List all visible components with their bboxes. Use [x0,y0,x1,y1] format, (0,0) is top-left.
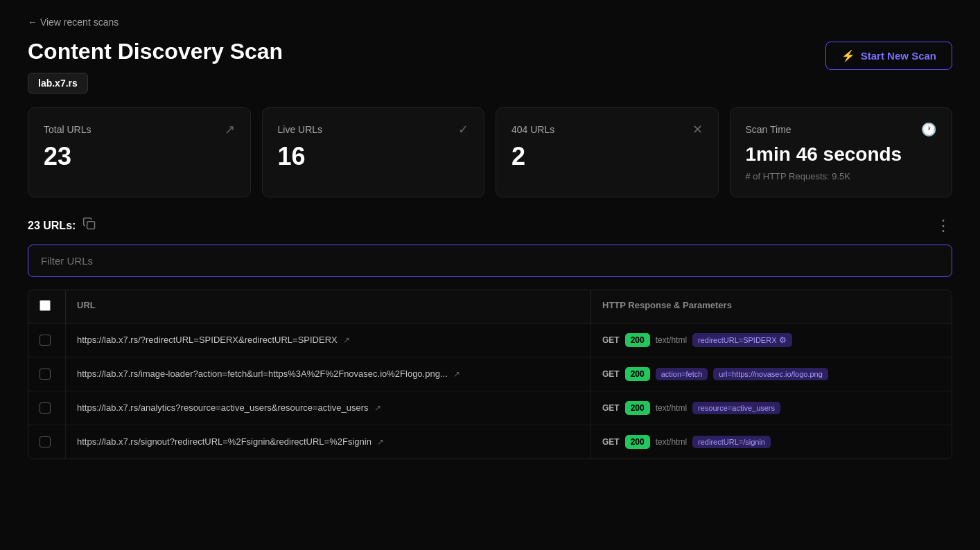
check-circle-icon: ✓ [458,122,469,137]
row-checkbox-cell [28,323,66,357]
open-link-icon[interactable]: ↗ [453,369,460,379]
status-badge: 200 [625,333,650,347]
page-title: Content Discovery Scan [28,39,283,64]
filter-input-wrapper [28,245,952,277]
stat-card-live-urls: Live URLs ✓ 16 [262,107,485,197]
status-badge: 200 [625,435,650,449]
open-link-icon[interactable]: ↗ [343,335,350,345]
param-badge: resource=active_users [692,402,780,414]
method-badge: GET [602,403,620,413]
external-link-icon: ↗ [225,122,235,137]
url-column-header: URL [66,290,591,323]
row-checkbox[interactable] [40,369,51,380]
table-row: https://lab.x7.rs/?redirectURL=SPIDERX&r… [28,323,952,357]
row-checkbox-cell [28,425,66,459]
more-options-icon[interactable]: ⋮ [936,217,952,235]
url-text: https://lab.x7.rs/analytics?resource=act… [77,402,369,413]
table-row: https://lab.x7.rs/analytics?resource=act… [28,391,952,425]
open-link-icon[interactable]: ↗ [377,437,384,447]
open-link-icon[interactable]: ↗ [374,403,381,413]
gear-icon: ⚙ [779,335,787,345]
x-circle-icon: ✕ [692,122,703,137]
status-badge: 200 [625,367,650,381]
row-url-cell: https://lab.x7.rs/?redirectURL=SPIDERX&r… [66,323,591,357]
back-link-label: ← View recent scans [28,17,119,28]
scan-time-label: Scan Time [746,124,791,135]
live-urls-value: 16 [278,144,469,169]
param-badge: action=fetch [656,368,708,380]
stat-card-scan-time: Scan Time 🕐 1min 46 seconds # of HTTP Re… [730,107,953,197]
row-response-cell: GET 200 text/html redirectURL=SPIDERX ⚙ [591,323,952,357]
urls-table: URL HTTP Response & Parameters https://l… [28,290,952,459]
row-checkbox-cell [28,357,66,391]
filter-urls-input[interactable] [28,245,952,276]
url-text: https://lab.x7.rs/?redirectURL=SPIDERX&r… [77,335,338,345]
url-text: https://lab.x7.rs/signout?redirectURL=%2… [77,436,371,447]
stats-grid: Total URLs ↗ 23 Live URLs ✓ 16 404 URLs … [28,107,952,197]
http-requests-sub: # of HTTP Requests: 9.5K [746,171,937,181]
content-type: text/html [656,403,687,413]
select-all-checkbox[interactable] [40,300,51,311]
param-badge: redirectURL=/signin [692,436,771,448]
table-row: https://lab.x7.rs/image-loader?action=fe… [28,357,952,391]
stat-card-404-urls: 404 URLs ✕ 2 [496,107,719,197]
404-urls-value: 2 [511,144,703,169]
row-url-cell: https://lab.x7.rs/signout?redirectURL=%2… [66,425,591,459]
method-badge: GET [602,437,620,447]
scan-time-value: 1min 46 seconds [746,144,937,166]
row-response-cell: GET 200 action=fetch url=https://novasec… [591,357,952,391]
total-urls-value: 23 [44,144,235,169]
row-checkbox[interactable] [40,335,51,346]
row-url-cell: https://lab.x7.rs/analytics?resource=act… [66,391,591,425]
content-type: text/html [656,437,687,447]
total-urls-label: Total URLs [44,124,91,135]
back-link[interactable]: ← View recent scans [28,17,952,28]
row-url-cell: https://lab.x7.rs/image-loader?action=fe… [66,357,591,391]
param-badge: redirectURL=SPIDERX ⚙ [692,333,792,347]
row-checkbox-cell [28,391,66,425]
checkbox-header-cell [28,290,66,323]
row-response-cell: GET 200 text/html redirectURL=/signin [591,425,952,459]
content-type: text/html [656,335,687,345]
copy-icon[interactable] [82,217,96,234]
clock-icon: 🕐 [921,122,936,137]
start-new-scan-button[interactable]: ⚡ Start New Scan [825,42,952,70]
live-urls-label: Live URLs [278,124,323,135]
table-header: URL HTTP Response & Parameters [28,290,952,323]
404-urls-label: 404 URLs [511,124,554,135]
param-text: redirectURL=SPIDERX [698,336,776,344]
row-response-cell: GET 200 text/html resource=active_users [591,391,952,425]
row-checkbox[interactable] [40,402,51,414]
method-badge: GET [602,335,620,345]
method-badge: GET [602,369,620,379]
urls-section-header: 23 URLs: ⋮ [28,217,952,235]
table-row: https://lab.x7.rs/signout?redirectURL=%2… [28,425,952,459]
start-scan-label: Start New Scan [861,50,936,62]
svg-rect-0 [87,222,95,229]
lightning-icon: ⚡ [841,49,855,62]
response-column-header: HTTP Response & Parameters [591,290,952,323]
status-badge: 200 [625,401,650,415]
stat-card-total-urls: Total URLs ↗ 23 [28,107,251,197]
url-text: https://lab.x7.rs/image-loader?action=fe… [77,369,448,379]
urls-count-label: 23 URLs: [28,220,76,232]
row-checkbox[interactable] [40,436,51,447]
param-badge-url: url=https://novasec.io/logo.png [713,368,828,380]
domain-badge: lab.x7.rs [28,73,88,94]
